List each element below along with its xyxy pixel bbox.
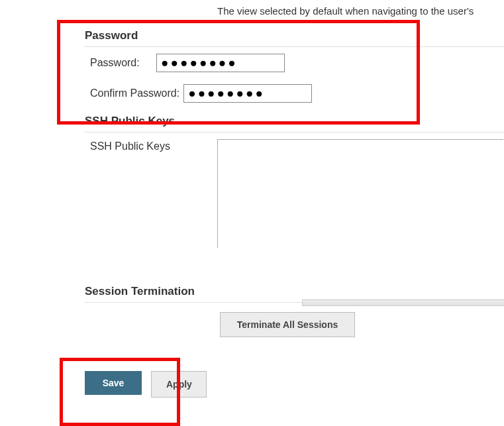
session-section: Session Termination Terminate All Sessio…	[85, 285, 504, 337]
password-field-row: Password:	[90, 54, 504, 72]
password-label: Password:	[90, 57, 152, 69]
password-input[interactable]	[156, 54, 285, 72]
confirm-password-field-row: Confirm Password:	[90, 84, 504, 103]
terminate-all-sessions-button[interactable]: Terminate All Sessions	[220, 312, 355, 337]
top-description-text: The view selected by default when naviga…	[217, 5, 474, 17]
ssh-section: SSH Public Keys SSH Public Keys	[85, 115, 504, 248]
confirm-password-input[interactable]	[183, 84, 312, 103]
ssh-section-title: SSH Public Keys	[85, 115, 504, 133]
confirm-password-label: Confirm Password:	[90, 87, 179, 99]
apply-button[interactable]: Apply	[151, 371, 207, 398]
password-section-title: Password	[85, 29, 504, 47]
ssh-label: SSH Public Keys	[90, 139, 217, 152]
bottom-actions: Save Apply	[85, 371, 207, 398]
save-button[interactable]: Save	[85, 371, 142, 395]
ssh-horizontal-scrollbar[interactable]	[302, 299, 504, 306]
password-section: Password Password: Confirm Password:	[85, 29, 504, 103]
ssh-textarea[interactable]	[217, 139, 503, 248]
ssh-field-row: SSH Public Keys	[90, 139, 504, 248]
